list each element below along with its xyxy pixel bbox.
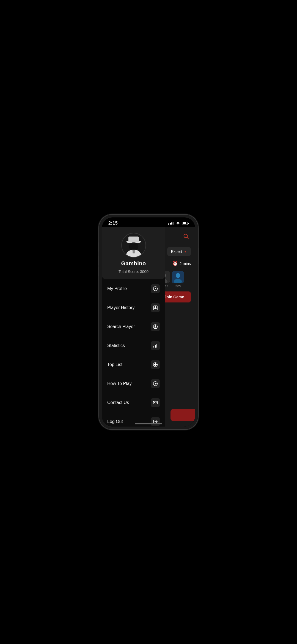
navigation-drawer: Gambino Total Score: 3000 My Profile bbox=[102, 227, 165, 427]
profile-username: Gambino bbox=[121, 260, 146, 267]
profile-score: Total Score: 3000 bbox=[119, 269, 148, 274]
menu-label-player-history: Player History bbox=[107, 305, 135, 310]
how-to-play-icon bbox=[151, 379, 160, 388]
menu-label-search-player: Search Player bbox=[107, 324, 135, 329]
menu-item-top-list[interactable]: Top List ⇅ bbox=[102, 355, 165, 374]
svg-rect-21 bbox=[156, 344, 157, 348]
svg-point-11 bbox=[129, 242, 138, 251]
menu-item-search-player[interactable]: Search Player bbox=[102, 317, 165, 336]
search-icon bbox=[183, 233, 189, 239]
status-time: 2:15 bbox=[108, 221, 118, 226]
profile-section: Gambino Total Score: 3000 bbox=[102, 227, 165, 279]
player-card-2: Playe bbox=[172, 271, 184, 287]
difficulty-label: Expert bbox=[171, 249, 182, 254]
svg-marker-25 bbox=[155, 383, 157, 385]
svg-point-14 bbox=[155, 288, 156, 289]
search-player-icon bbox=[151, 322, 160, 331]
menu-label-top-list: Top List bbox=[107, 362, 122, 367]
menu-item-log-out[interactable]: Log Out bbox=[102, 412, 165, 427]
svg-rect-20 bbox=[155, 345, 156, 348]
menu-item-how-to-play[interactable]: How To Play bbox=[102, 374, 165, 393]
player-history-icon bbox=[151, 303, 160, 312]
signal-dot-1 bbox=[168, 223, 169, 225]
menu-item-player-history[interactable]: Player History bbox=[102, 298, 165, 317]
my-profile-icon bbox=[151, 284, 160, 293]
menu-item-contact-us[interactable]: Contact Us bbox=[102, 393, 165, 412]
svg-rect-19 bbox=[153, 346, 154, 348]
top-list-icon: ⇅ bbox=[151, 360, 160, 369]
svg-line-1 bbox=[187, 237, 188, 239]
svg-rect-26 bbox=[153, 401, 158, 404]
dropdown-arrow-icon: ▼ bbox=[184, 250, 187, 253]
phone-frame: 2:15 bbox=[99, 215, 198, 429]
player-avatar-img-2 bbox=[172, 271, 184, 283]
svg-point-0 bbox=[184, 234, 188, 238]
signal-dot-4 bbox=[173, 222, 174, 225]
search-button[interactable] bbox=[181, 231, 191, 241]
status-icons bbox=[168, 222, 189, 225]
contact-us-icon bbox=[151, 398, 160, 407]
bottom-red-button[interactable] bbox=[170, 409, 195, 421]
screen: 2:15 bbox=[102, 217, 195, 427]
menu-item-my-profile[interactable]: My Profile bbox=[102, 279, 165, 298]
avatar-image bbox=[122, 233, 145, 258]
signal-icon bbox=[168, 222, 174, 225]
player-avatar-2 bbox=[172, 271, 184, 283]
log-out-icon bbox=[151, 417, 160, 426]
menu-label-log-out: Log Out bbox=[107, 419, 123, 424]
phone-inner: 2:15 bbox=[102, 217, 195, 427]
main-content: Expert ▼ ⏰ 2 mins bbox=[102, 227, 195, 427]
svg-point-18 bbox=[155, 325, 156, 327]
statistics-icon bbox=[151, 341, 160, 350]
svg-text:⇅: ⇅ bbox=[154, 363, 156, 366]
timer-icon: ⏰ bbox=[172, 261, 178, 266]
signal-dot-2 bbox=[170, 223, 171, 225]
timer-value: 2 mins bbox=[180, 261, 191, 266]
wifi-icon bbox=[176, 222, 180, 225]
svg-rect-10 bbox=[128, 236, 139, 242]
menu-label-how-to-play: How To Play bbox=[107, 381, 132, 386]
menu-item-statistics[interactable]: Statistics bbox=[102, 336, 165, 355]
menu-label-statistics: Statistics bbox=[107, 343, 125, 348]
svg-point-6 bbox=[176, 273, 180, 278]
difficulty-button[interactable]: Expert ▼ bbox=[167, 247, 191, 256]
status-bar: 2:15 bbox=[102, 217, 195, 227]
battery-icon bbox=[182, 222, 189, 225]
svg-point-16 bbox=[155, 306, 156, 308]
svg-rect-12 bbox=[133, 250, 135, 253]
menu-list: My Profile Player History bbox=[102, 279, 165, 427]
signal-dot-3 bbox=[171, 222, 172, 225]
menu-label-my-profile: My Profile bbox=[107, 286, 127, 291]
menu-label-contact-us: Contact Us bbox=[107, 400, 129, 405]
home-indicator bbox=[135, 423, 162, 424]
player-name-2: Playe bbox=[175, 284, 181, 287]
profile-avatar bbox=[121, 233, 146, 258]
